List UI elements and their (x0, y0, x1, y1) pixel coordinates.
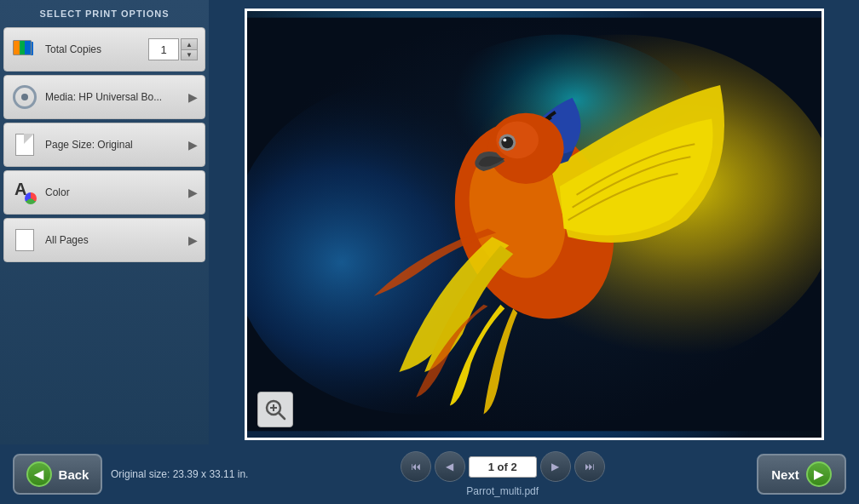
all-pages-item[interactable]: All Pages ▶ (3, 218, 205, 262)
first-page-button[interactable]: ⏮ (401, 451, 431, 482)
bottom-bar: ◀ Back Original size: 23.39 x 33.11 in. … (0, 444, 859, 504)
media-item[interactable]: Media: HP Universal Bo... ▶ (3, 75, 205, 119)
page-size-icon (11, 131, 38, 158)
copies-arrows: ▲ ▼ (181, 38, 198, 60)
page-indicator: 1 of 2 (469, 456, 537, 478)
page-size-item[interactable]: Page Size: Original ▶ (3, 123, 205, 167)
last-page-button[interactable]: ⏭ (574, 451, 605, 482)
original-size-info: Original size: 23.39 x 33.11 in. (111, 468, 248, 480)
copies-down-button[interactable]: ▼ (181, 49, 198, 60)
copies-icon (11, 36, 38, 63)
next-arrow-icon: ▶ (806, 461, 832, 487)
total-copies-item[interactable]: Total Copies 1 ▲ ▼ (3, 27, 205, 72)
preview-image (247, 11, 822, 438)
all-pages-arrow-icon: ▶ (188, 233, 198, 247)
next-page-button[interactable]: ▶ (540, 451, 571, 482)
copies-input-area: 1 (148, 38, 179, 60)
zoom-icon (264, 398, 286, 421)
sidebar: SELECT PRINT OPTIONS Total Copies 1 ▲ ▼ … (0, 0, 209, 444)
color-icon: A (11, 179, 38, 206)
color-arrow-icon: ▶ (188, 186, 198, 199)
media-icon (11, 83, 38, 111)
all-pages-label: All Pages (45, 234, 188, 246)
copies-up-button[interactable]: ▲ (181, 38, 198, 49)
zoom-button[interactable] (257, 392, 293, 427)
back-label: Back (59, 467, 89, 482)
sidebar-title: SELECT PRINT OPTIONS (0, 0, 209, 26)
media-label: Media: HP Universal Bo... (45, 91, 188, 103)
back-arrow-icon: ◀ (26, 461, 52, 487)
next-label: Next (771, 467, 799, 482)
back-button[interactable]: ◀ Back (13, 454, 102, 495)
color-label: Color (45, 186, 188, 198)
pagination-controls: ⏮ ◀ 1 of 2 ▶ ⏭ (401, 451, 605, 482)
filename: Parrot_multi.pdf (466, 485, 539, 497)
main-area: SELECT PRINT OPTIONS Total Copies 1 ▲ ▼ … (0, 0, 859, 444)
next-button[interactable]: Next ▶ (757, 454, 846, 495)
page-size-arrow-icon: ▶ (188, 138, 198, 152)
media-arrow-icon: ▶ (188, 90, 198, 104)
copies-label: Total Copies (45, 43, 148, 55)
color-item[interactable]: A Color ▶ (3, 170, 205, 215)
pagination-area: ⏮ ◀ 1 of 2 ▶ ⏭ Parrot_multi.pdf (257, 451, 748, 497)
content-area (209, 0, 859, 444)
all-pages-icon (11, 226, 38, 254)
svg-point-9 (501, 136, 513, 148)
prev-page-button[interactable]: ◀ (435, 451, 465, 482)
parrot-svg (247, 11, 822, 438)
preview-container (245, 9, 824, 440)
copies-value[interactable]: 1 (148, 38, 179, 60)
page-size-label: Page Size: Original (45, 139, 188, 151)
svg-line-12 (279, 413, 285, 419)
svg-point-10 (503, 138, 506, 141)
